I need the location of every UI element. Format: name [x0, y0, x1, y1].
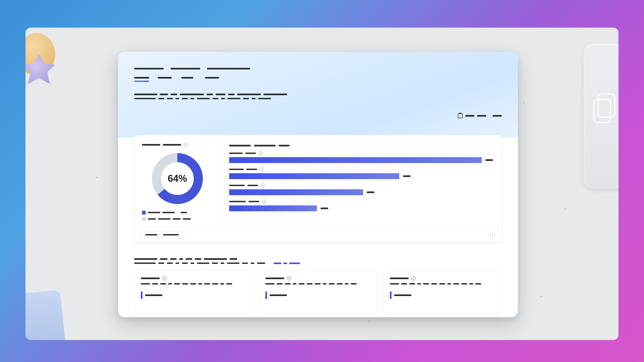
metric-card: i 64%: [134, 135, 502, 242]
header-desc-2: [134, 98, 502, 99]
bar-label: i: [229, 167, 493, 172]
app-window: i 64%: [118, 52, 518, 317]
tab-2[interactable]: [181, 77, 196, 82]
bar-value: [403, 175, 411, 177]
bar-value: [321, 208, 328, 209]
bar-group: i: [229, 151, 493, 163]
section-2-title: [134, 258, 502, 260]
bars-panel: iiii: [221, 135, 502, 227]
tab-3[interactable]: [205, 77, 220, 82]
bar-label: i: [229, 151, 493, 156]
breadcrumb-seg: [134, 68, 164, 69]
donut-legend: [142, 211, 213, 221]
breadcrumb-seg: [207, 68, 250, 69]
mini-cards-row: iii: [134, 270, 502, 313]
legend-swatch: [142, 217, 146, 221]
mini-card-bar: [265, 291, 371, 299]
mini-card-title: i: [141, 276, 246, 280]
mini-card-bar: [390, 291, 495, 299]
bar-row: [229, 189, 493, 195]
more-menu-icon[interactable]: ⋯: [490, 231, 496, 238]
bar-fill: [229, 205, 317, 211]
header-desc: [134, 94, 502, 95]
bar-fill: [229, 189, 363, 195]
tab-row: [134, 77, 502, 82]
bar-row: [229, 157, 493, 163]
accent-strip-icon: [265, 291, 267, 299]
info-icon[interactable]: i: [259, 151, 263, 156]
donut-panel: i 64%: [134, 135, 221, 227]
metric-footer: ⋯: [134, 227, 502, 242]
tab-0[interactable]: [134, 77, 149, 82]
svg-rect-1: [594, 99, 610, 123]
mini-card-desc: [141, 283, 246, 285]
info-icon[interactable]: i: [184, 143, 188, 147]
bar-row: [229, 205, 493, 211]
bar-row: [229, 173, 493, 179]
app-header: [118, 52, 518, 138]
bar-value: [485, 159, 493, 161]
accent-strip-icon: [141, 291, 142, 299]
info-icon[interactable]: i: [262, 200, 266, 204]
footer-action-button[interactable]: [140, 231, 184, 238]
bar-value: [367, 191, 374, 193]
mini-card-desc: [390, 283, 495, 285]
bar-group: i: [229, 200, 493, 211]
stacked-cards-icon: [591, 92, 618, 127]
info-icon[interactable]: i: [260, 167, 264, 172]
info-icon[interactable]: i: [287, 276, 291, 280]
donut-center-value: 64%: [151, 152, 204, 205]
bar-fill: [229, 157, 482, 163]
legend-swatch: [142, 211, 146, 215]
mini-card[interactable]: i: [383, 270, 502, 313]
mini-card-title: i: [265, 276, 371, 280]
breadcrumb: [134, 68, 502, 69]
bar-label: i: [229, 183, 493, 188]
decorative-block: [25, 290, 66, 340]
section-2-link[interactable]: [274, 263, 300, 264]
mini-card-title: i: [390, 276, 495, 280]
bar-fill: [229, 173, 399, 179]
info-icon[interactable]: i: [162, 276, 167, 280]
mini-card[interactable]: i: [259, 270, 377, 313]
bar-label: i: [229, 200, 493, 204]
background-window-peek: [584, 44, 619, 189]
desktop-background: i 64%: [25, 28, 619, 340]
legend-item: [142, 217, 213, 221]
accent-strip-icon: [390, 291, 391, 299]
info-icon[interactable]: i: [411, 276, 416, 280]
calendar-icon: [458, 113, 463, 118]
mini-card[interactable]: i: [134, 270, 253, 313]
donut-title: i: [142, 143, 213, 147]
section-2: iii: [134, 258, 502, 313]
bar-group: i: [229, 183, 493, 195]
mini-card-desc: [265, 283, 371, 285]
date-range-picker[interactable]: [458, 113, 502, 118]
info-icon[interactable]: i: [261, 183, 265, 188]
bars-title: [229, 143, 493, 147]
section-2-subtitle: [134, 263, 502, 264]
breadcrumb-seg: [171, 68, 200, 69]
bar-group: i: [229, 167, 493, 179]
legend-item: [142, 211, 213, 215]
tab-1[interactable]: [158, 77, 173, 82]
mini-card-bar: [141, 291, 246, 299]
donut-chart: 64%: [151, 152, 204, 205]
svg-rect-0: [598, 94, 615, 117]
